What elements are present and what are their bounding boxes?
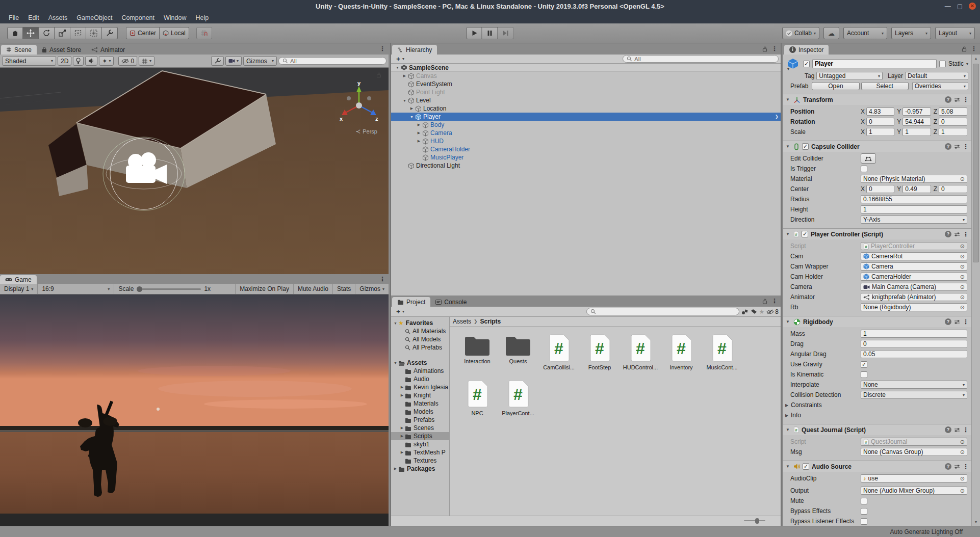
hierarchy-item-point-light[interactable]: Point Light xyxy=(391,88,781,96)
shading-mode-dropdown[interactable]: Shaded▾ xyxy=(2,56,56,66)
position-x-field[interactable]: 4.83 xyxy=(866,108,894,116)
component-enabled-checkbox[interactable]: ✓ xyxy=(802,231,808,237)
foldout-icon[interactable]: ▼ xyxy=(786,464,791,469)
game-menu-icon[interactable]: ⋮ xyxy=(379,276,385,283)
prefab-overrides-dropdown[interactable]: Overrides▾ xyxy=(912,82,968,90)
object-picker-icon[interactable]: ⊙ xyxy=(960,284,965,290)
rotation-y-field[interactable]: 54.944 xyxy=(902,118,931,126)
center-y-field[interactable]: 0.49 xyxy=(902,185,931,193)
project-tree-item-all-models[interactable]: All Models xyxy=(391,335,449,343)
collab-button[interactable]: Collab▾ xyxy=(782,27,819,39)
prefab-nav-icon[interactable]: ❯ xyxy=(775,114,779,119)
step-button[interactable] xyxy=(498,27,514,39)
interpolate-dropdown[interactable]: None▾ xyxy=(861,381,967,389)
cam-holder-object-field[interactable]: CameraHolder⊙ xyxy=(861,273,967,281)
expander-icon[interactable]: ▶ xyxy=(416,139,422,143)
scene-gizmos-dropdown[interactable]: Gizmos▾ xyxy=(243,56,277,66)
animator-object-field[interactable]: knigthprefab (Animator)⊙ xyxy=(861,293,967,301)
project-tree-item-animations[interactable]: Animations xyxy=(391,367,449,375)
foldout-icon[interactable]: ▼ xyxy=(786,97,791,102)
layer-dropdown[interactable]: Default▾ xyxy=(905,72,968,80)
bypass-listener-effects-checkbox[interactable] xyxy=(861,518,867,525)
object-picker-icon[interactable]: ⊙ xyxy=(960,243,965,250)
expander-icon[interactable]: ▼ xyxy=(393,321,398,325)
direction-dropdown[interactable]: Y-Axis▾ xyxy=(861,216,967,224)
expander-icon[interactable]: ▶ xyxy=(399,450,405,454)
rb-object-field[interactable]: None (Rigidbody)⊙ xyxy=(861,303,967,311)
project-tree-item-scenes[interactable]: ▶Scenes xyxy=(391,424,449,432)
tag-dropdown[interactable]: Untagged▾ xyxy=(816,72,883,80)
expander-icon[interactable]: ▶ xyxy=(416,131,422,135)
component-header[interactable]: ▼ ✓ Capsule Collider ? ⋮ xyxy=(783,141,971,152)
static-checkbox[interactable] xyxy=(939,61,946,67)
component-menu-icon[interactable]: ⋮ xyxy=(963,318,969,326)
prefab-open-button[interactable]: Open xyxy=(812,82,859,90)
project-tree-item-materials[interactable]: Materials xyxy=(391,399,449,408)
pivot-mode-button[interactable]: Center xyxy=(126,27,160,39)
scene-viewport[interactable]: y x z ≺ Persp xyxy=(0,68,389,274)
hierarchy-item-level[interactable]: ▼Level xyxy=(391,96,781,104)
hand-tool-button[interactable] xyxy=(7,27,23,39)
expander-icon[interactable]: ▶ xyxy=(399,434,405,438)
cloud-button[interactable]: ☁ xyxy=(823,27,839,39)
scale-tool-button[interactable] xyxy=(55,27,70,39)
drag-field[interactable]: 0 xyxy=(861,340,967,348)
static-dropdown-icon[interactable]: ▾ xyxy=(966,62,968,66)
hierarchy-item-body[interactable]: ▶Body xyxy=(391,121,781,129)
scene-search-field[interactable] xyxy=(278,57,386,65)
object-picker-icon[interactable]: ⊙ xyxy=(960,475,965,482)
scale-x-field[interactable]: 1 xyxy=(866,128,894,136)
menu-edit[interactable]: Edit xyxy=(23,14,44,21)
play-button[interactable] xyxy=(467,27,482,39)
rect-tool-button[interactable] xyxy=(70,27,86,39)
expander-icon[interactable]: ▶ xyxy=(399,426,405,430)
help-icon[interactable]: ? xyxy=(945,96,951,103)
game-viewport[interactable] xyxy=(0,294,389,514)
scene-search-input[interactable] xyxy=(290,58,382,64)
object-picker-icon[interactable]: ⊙ xyxy=(960,439,965,445)
scene-lighting-button[interactable] xyxy=(73,56,84,66)
scroll-down-icon[interactable]: ▼ xyxy=(972,520,980,524)
hierarchy-menu-icon[interactable]: ⋮ xyxy=(771,45,778,52)
thumbnail-zoom-slider[interactable] xyxy=(744,520,765,521)
hierarchy-item-player[interactable]: ▼Player❯ xyxy=(391,113,781,121)
tab-project[interactable]: Project xyxy=(392,297,430,307)
scene-lock-icon[interactable] xyxy=(376,72,381,78)
transform-tool-button[interactable] xyxy=(86,27,102,39)
project-tree-item-prefabs[interactable]: Prefabs xyxy=(391,416,449,424)
project-tree-item-all-prefabs[interactable]: All Prefabs xyxy=(391,343,449,352)
is-trigger-checkbox[interactable] xyxy=(861,166,867,172)
mute-checkbox[interactable] xyxy=(861,498,867,504)
component-menu-icon[interactable]: ⋮ xyxy=(963,96,969,103)
scene-menu-icon[interactable]: ⋮ xyxy=(379,45,385,52)
rotate-tool-button[interactable] xyxy=(39,27,55,39)
tab-console[interactable]: Console xyxy=(430,297,472,307)
expander-icon[interactable]: ▼ xyxy=(393,361,398,365)
scene-audio-button[interactable] xyxy=(85,56,97,66)
use-gravity-checkbox[interactable]: ✓ xyxy=(861,361,867,368)
project-tree-item-skyb1[interactable]: skyb1 xyxy=(391,440,449,448)
project-tree-item-kevin-iglesia[interactable]: ▶Kevin Iglesia xyxy=(391,383,449,391)
thumbnail-zoom-thumb[interactable] xyxy=(755,518,759,524)
menu-file[interactable]: File xyxy=(4,14,23,21)
asset-interaction[interactable]: Interaction xyxy=(457,334,498,370)
hidden-objects-button[interactable]: 0 xyxy=(118,56,137,66)
layers-dropdown[interactable]: Layers▾ xyxy=(891,27,931,39)
type-filter-icon[interactable] xyxy=(741,309,749,315)
mute-audio-button[interactable]: Mute Audio xyxy=(294,284,333,294)
favorites-filter-icon[interactable]: ★ xyxy=(759,308,765,315)
hierarchy-search-field[interactable] xyxy=(623,55,779,63)
edit-collider-button[interactable] xyxy=(861,153,876,164)
project-add-button[interactable]: ＋▾ xyxy=(393,307,406,316)
menu-window[interactable]: Window xyxy=(159,14,191,21)
info-foldout[interactable]: ▶Info xyxy=(783,411,971,420)
grid-visibility-dropdown[interactable]: ▾ xyxy=(139,56,154,66)
hierarchy-item-camera[interactable]: ▶Camera xyxy=(391,129,781,137)
height-field[interactable]: 1 xyxy=(861,205,967,213)
maximize-button[interactable]: ▢ xyxy=(957,3,963,10)
hierarchy-item-directional-light[interactable]: Directional Light xyxy=(391,162,781,170)
object-picker-icon[interactable]: ⊙ xyxy=(960,263,965,270)
center-z-field[interactable]: 0 xyxy=(939,185,967,193)
asset-quests[interactable]: Quests xyxy=(498,334,538,370)
component-menu-icon[interactable]: ⋮ xyxy=(963,426,969,434)
